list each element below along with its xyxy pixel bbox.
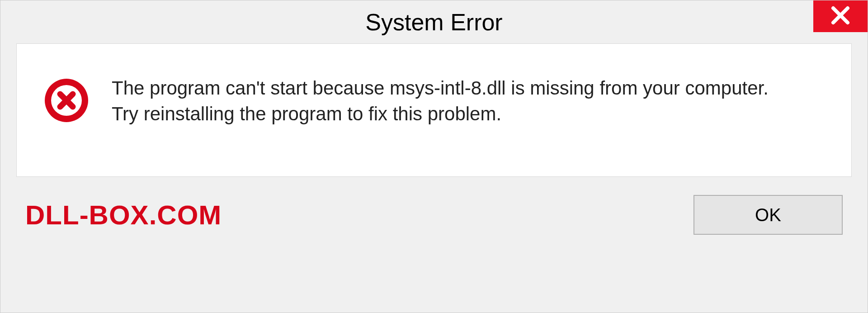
error-icon (44, 78, 89, 123)
watermark-text: DLL-BOX.COM (25, 199, 222, 231)
ok-button-label: OK (755, 205, 781, 225)
footer-area: DLL-BOX.COM OK (0, 177, 868, 253)
content-area: The program can't start because msys-int… (16, 43, 852, 177)
titlebar: System Error (0, 0, 868, 43)
ok-button[interactable]: OK (693, 195, 843, 235)
error-message: The program can't start because msys-int… (112, 76, 790, 127)
dialog-title: System Error (365, 9, 502, 36)
close-button[interactable] (813, 0, 868, 32)
close-icon (830, 5, 851, 28)
error-dialog: System Error The program can't start bec… (0, 0, 868, 313)
